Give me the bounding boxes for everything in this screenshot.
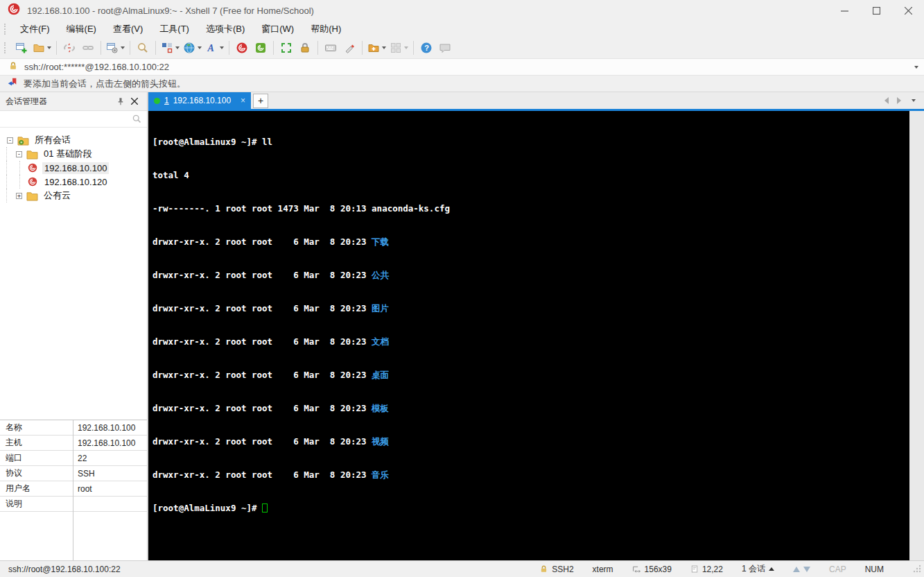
reconnect-icon[interactable] xyxy=(79,39,97,57)
screen-size-icon xyxy=(632,565,641,574)
session-properties-icon[interactable] xyxy=(105,39,126,57)
session-search-row xyxy=(0,111,147,128)
disconnect-icon[interactable] xyxy=(60,39,78,57)
layout-icon[interactable] xyxy=(159,39,181,57)
web-icon[interactable] xyxy=(182,39,203,57)
tab-session-100[interactable]: 1 192.168.10.100 × xyxy=(148,92,251,109)
maximize-button[interactable] xyxy=(860,0,892,21)
title-bar: 192.168.10.100 - root@AlmaLinux9:~ - Xsh… xyxy=(0,0,924,21)
ssh2-lock-icon xyxy=(539,565,548,574)
xshell-icon[interactable] xyxy=(233,39,251,57)
lock-icon[interactable] xyxy=(296,39,314,57)
property-row-port: 端口 22 xyxy=(0,451,147,466)
status-terminal-type[interactable]: xterm xyxy=(593,565,613,574)
tab-index: 1 xyxy=(164,96,169,105)
session-filter-input[interactable] xyxy=(0,111,147,127)
terminal-screen[interactable]: [root@AlmaLinux9 ~]# ll total 4 -rw-----… xyxy=(148,111,909,560)
search-icon[interactable] xyxy=(132,114,142,127)
svg-text:?: ? xyxy=(424,44,429,52)
folder-icon xyxy=(26,148,38,160)
new-tab-button[interactable]: + xyxy=(253,94,268,108)
expand-icon[interactable]: + xyxy=(16,193,22,199)
collapse-icon[interactable]: - xyxy=(7,137,13,144)
tree-item-folder-cloud[interactable]: + 公有云 xyxy=(0,189,147,203)
terminal-scrollbar[interactable] xyxy=(909,111,924,560)
open-folder-icon[interactable] xyxy=(31,39,53,57)
tree-item-session-120[interactable]: 192.168.10.120 xyxy=(0,175,147,189)
collapse-icon[interactable]: - xyxy=(16,151,22,157)
fullscreen-icon[interactable] xyxy=(277,39,295,57)
resize-grip[interactable] xyxy=(912,564,921,575)
menu-tab[interactable]: 选项卡(B) xyxy=(198,21,253,37)
tile-windows-icon[interactable] xyxy=(388,39,410,57)
status-cursor-position: 12,22 xyxy=(690,565,723,574)
status-connection: ssh://root@192.168.10.100:22 xyxy=(8,565,121,574)
session-icon xyxy=(26,162,39,173)
session-manager-panel: 会话管理器 - 所有会话 - xyxy=(0,92,148,560)
new-session-icon[interactable] xyxy=(12,39,30,57)
cursor-position-icon xyxy=(690,565,699,574)
terminal-cursor xyxy=(262,503,268,513)
tab-label: 192.168.10.100 xyxy=(173,96,231,105)
session-list-icon[interactable] xyxy=(769,567,774,571)
root-folder-icon xyxy=(17,135,29,146)
scroll-up-icon[interactable] xyxy=(793,567,800,572)
scroll-down-icon[interactable] xyxy=(803,567,810,572)
menu-window[interactable]: 窗口(W) xyxy=(253,21,302,37)
status-num-lock: NUM xyxy=(865,565,884,574)
scroll-tabs-right-icon[interactable] xyxy=(897,97,901,104)
xshell-window: 192.168.10.100 - root@AlmaLinux9:~ - Xsh… xyxy=(0,0,924,577)
session-manager-title: 会话管理器 xyxy=(6,96,47,107)
status-caps-lock: CAP xyxy=(829,565,846,574)
new-file-icon[interactable] xyxy=(366,39,387,57)
menu-bar: 文件(F) 编辑(E) 查看(V) 工具(T) 选项卡(B) 窗口(W) 帮助(… xyxy=(0,21,924,37)
tab-bar: 1 192.168.10.100 × + xyxy=(148,92,924,109)
address-lock-icon xyxy=(8,61,18,74)
terminal-pane: 1 192.168.10.100 × + [root@AlmaLinux9 ~]… xyxy=(148,92,924,560)
tree-item-folder-basic[interactable]: - 01 基础阶段 xyxy=(0,147,147,161)
close-button[interactable] xyxy=(892,0,924,21)
tree-item-session-100[interactable]: 192.168.10.100 xyxy=(0,161,147,175)
toolbar: A ? xyxy=(0,37,924,58)
menu-drag-handle[interactable] xyxy=(4,24,8,35)
close-panel-icon[interactable] xyxy=(128,94,141,108)
property-row-username: 用户名 root xyxy=(0,481,147,497)
property-row-host: 主机 192.168.10.100 xyxy=(0,436,147,451)
property-row-description: 说明 xyxy=(0,497,147,512)
xftp-icon[interactable] xyxy=(252,39,270,57)
menu-tools[interactable]: 工具(T) xyxy=(151,21,198,37)
svg-text:A: A xyxy=(207,43,214,53)
highlight-icon[interactable] xyxy=(340,39,358,57)
font-icon[interactable]: A xyxy=(204,39,225,57)
tree-item-all-sessions[interactable]: - 所有会话 xyxy=(0,133,147,147)
minimize-button[interactable] xyxy=(828,0,860,21)
virtual-keyboard-icon[interactable] xyxy=(322,39,340,57)
scroll-tabs-left-icon[interactable] xyxy=(884,97,889,104)
address-dropdown-icon[interactable] xyxy=(914,66,918,69)
property-row-name: 名称 192.168.10.100 xyxy=(0,420,147,436)
status-encryption: SSH2 xyxy=(539,565,573,574)
pin-icon[interactable] xyxy=(114,94,128,108)
tab-close-icon[interactable]: × xyxy=(241,96,245,105)
menu-edit[interactable]: 编辑(E) xyxy=(58,21,105,37)
feedback-icon[interactable] xyxy=(436,39,454,57)
status-scroll-arrows xyxy=(793,567,810,572)
add-session-flag-icon xyxy=(7,77,18,91)
toolbar-drag-handle[interactable] xyxy=(4,42,8,53)
address-url[interactable]: ssh://root:******@192.168.10.100:22 xyxy=(24,62,906,72)
menu-view[interactable]: 查看(V) xyxy=(105,21,151,37)
status-screen-size: 156x39 xyxy=(632,565,672,574)
help-icon[interactable]: ? xyxy=(417,39,435,57)
menu-file[interactable]: 文件(F) xyxy=(12,21,58,37)
find-icon[interactable] xyxy=(134,39,152,57)
status-bar: ssh://root@192.168.10.100:22 SSH2 xterm … xyxy=(0,560,924,577)
session-tree: - 所有会话 - 01 基础阶段 192.168.10.100 xyxy=(0,128,147,420)
folder-icon xyxy=(26,190,38,201)
session-manager-header: 会话管理器 xyxy=(0,92,147,111)
tab-list-dropdown-icon[interactable] xyxy=(912,99,916,102)
session-icon xyxy=(26,176,39,187)
menu-help[interactable]: 帮助(H) xyxy=(302,21,349,37)
status-session-count[interactable]: 1 会话 xyxy=(742,563,774,575)
connected-status-icon xyxy=(154,98,160,104)
app-icon xyxy=(7,2,21,19)
